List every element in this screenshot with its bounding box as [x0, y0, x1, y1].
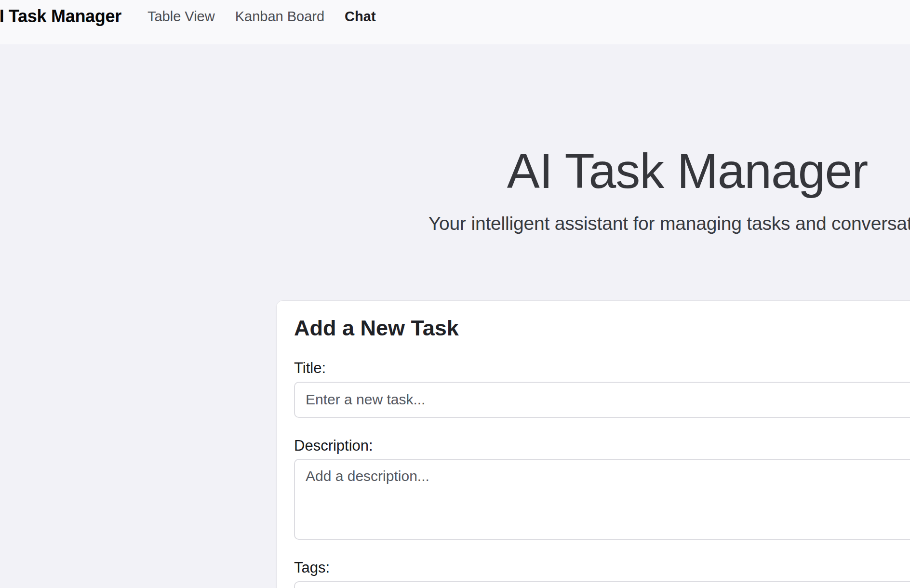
add-task-heading: Add a New Task — [294, 315, 910, 341]
tags-input[interactable] — [294, 581, 910, 588]
add-task-card: Add a New Task Title: Description: Tags: — [276, 300, 910, 588]
title-input[interactable] — [294, 382, 910, 418]
hero-section: AI Task Manager Your intelligent assista… — [0, 0, 910, 270]
description-label: Description: — [294, 437, 910, 454]
title-label: Title: — [294, 360, 910, 377]
page-title: AI Task Manager — [0, 142, 910, 200]
page-subtitle: Your intelligent assistant for managing … — [0, 213, 910, 235]
description-textarea[interactable] — [294, 459, 910, 540]
tags-label: Tags: — [294, 559, 910, 576]
app-screen: AI Task Manager Table View Kanban Board … — [0, 0, 910, 588]
